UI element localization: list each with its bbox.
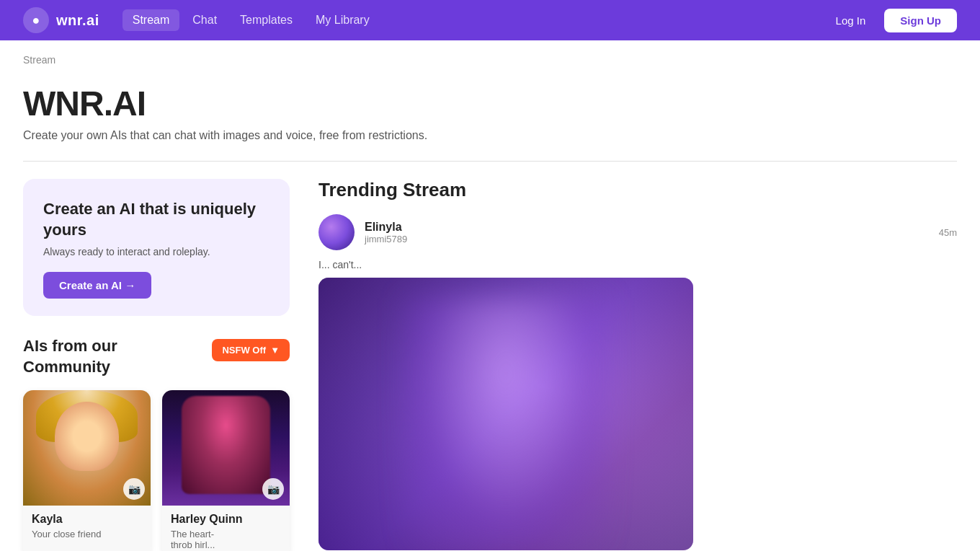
kayla-face [55,402,119,471]
community-section: AIs from our Community NSFW Off ▼ 📷 [23,336,290,551]
stream-avatar [318,214,355,250]
ai-card-name-kayla: Kayla [32,513,142,526]
logo[interactable]: ● wnr.ai [23,7,99,33]
stream-blurred-figure [405,298,607,550]
nav-link-stream[interactable]: Stream [122,9,180,31]
nav-actions: Log In Sign Up [827,9,957,32]
logo-mark: ● [23,7,49,33]
nsfw-label: NSFW Off [222,345,266,356]
harley-figure [182,396,271,494]
ai-card-name-harley: Harley Quinn [171,513,281,526]
ai-card-image-harley: 📷 [162,390,290,506]
create-ai-button[interactable]: Create an AI → [43,272,151,299]
login-button[interactable]: Log In [827,10,875,31]
ai-card-kayla[interactable]: 📷 Kayla Your close friend [23,390,151,551]
ai-card-image-kayla: 📷 [23,390,151,506]
create-ai-card: Create an AI that is uniquely yours Alwa… [23,179,290,316]
nav-links: Stream Chat Templates My Library [122,9,804,31]
signup-button[interactable]: Sign Up [884,9,957,32]
breadcrumb-area: Stream [0,40,980,66]
avatar-inner [318,214,355,250]
chevron-down-icon: ▼ [270,345,280,356]
nav-link-my-library[interactable]: My Library [306,9,380,31]
stream-time: 45m [939,227,957,238]
create-ai-card-description: Always ready to interact and roleplay. [43,246,270,257]
nav-link-templates[interactable]: Templates [230,9,303,31]
community-header: AIs from our Community NSFW Off ▼ [23,336,290,377]
stream-entry: Elinyla jimmi5789 45m [318,214,957,250]
trending-title: Trending Stream [318,179,957,201]
breadcrumb: Stream [23,54,55,66]
nsfw-toggle-button[interactable]: NSFW Off ▼ [212,339,290,361]
ai-card-harley[interactable]: 📷 Harley Quinn The heart- throb hirl... [162,390,290,551]
stream-image-preview[interactable] [318,278,693,550]
page-title: WNR.AI [23,84,957,123]
stream-username: Elinyla [365,221,929,234]
stream-handle: jimmi5789 [365,234,929,244]
community-title: AIs from our Community [23,336,117,377]
left-column: Create an AI that is uniquely yours Alwa… [23,179,290,551]
navbar: ● wnr.ai Stream Chat Templates My Librar… [0,0,980,40]
stream-preview-text: I... can't... [318,259,957,270]
ai-card-desc-harley: The heart- throb hirl... [171,529,281,550]
hero-subtitle: Create your own AIs that can chat with i… [23,129,957,142]
main-content: Create an AI that is uniquely yours Alwa… [0,162,980,551]
logo-text: wnr.ai [56,12,99,29]
ai-card-body-kayla: Kayla Your close friend [23,506,151,548]
ai-card-desc-kayla: Your close friend [32,529,142,539]
ai-card-body-harley: Harley Quinn The heart- throb hirl... [162,506,290,551]
community-grid: 📷 Kayla Your close friend 📷 [23,390,290,551]
nav-link-chat[interactable]: Chat [182,9,227,31]
stream-user-info: Elinyla jimmi5789 [365,221,929,244]
hero: WNR.AI Create your own AIs that can chat… [0,66,980,148]
create-ai-card-title: Create an AI that is uniquely yours [43,199,270,240]
right-column: Trending Stream Elinyla jimmi5789 45m I.… [318,179,957,551]
